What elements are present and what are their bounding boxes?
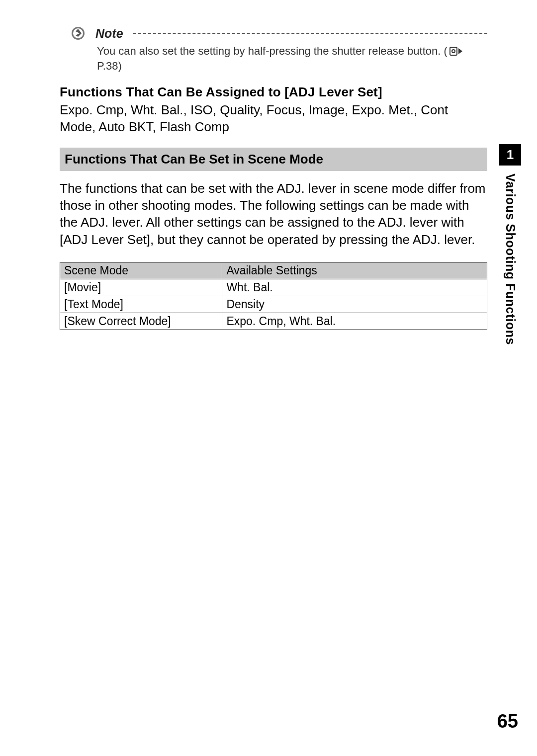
table-cell-mode: [Skew Correct Mode] [60,313,222,330]
note-label: Note [95,26,123,41]
table-row: [Movie] Wht. Bal. [60,279,487,296]
side-tab-label: Various Shooting Functions [503,173,518,345]
table-cell-settings: Wht. Bal. [222,279,487,296]
side-tab: 1 Various Shooting Functions [499,144,521,345]
svg-marker-5 [458,48,462,54]
section-body: The functions that can be set with the A… [60,180,487,248]
side-tab-number: 1 [499,144,521,166]
manual-page: Note You can also set the setting by hal… [0,0,537,756]
page-number: 65 [497,711,518,732]
table-row: [Text Mode] Density [60,296,487,313]
note-bullet-icon [70,25,87,42]
table-cell-settings: Density [222,296,487,313]
note-text-body: You can also set the setting by half-pre… [97,45,448,58]
table-header-settings: Available Settings [222,262,487,279]
page-reference-icon [449,46,462,56]
assign-heading: Functions That Can Be Assigned to [ADJ L… [60,84,487,100]
note-row: Note [70,25,487,42]
svg-rect-3 [450,47,457,55]
table-row: [Skew Correct Mode] Expo. Cmp, Wht. Bal. [60,313,487,330]
note-page-reference: P.38) [97,60,122,73]
assign-body: Expo. Cmp, Wht. Bal., ISO, Quality, Focu… [60,102,487,136]
note-text: You can also set the setting by half-pre… [97,45,487,73]
table-cell-mode: [Text Mode] [60,296,222,313]
table-cell-settings: Expo. Cmp, Wht. Bal. [222,313,487,330]
note-separator [133,33,487,34]
table-cell-mode: [Movie] [60,279,222,296]
svg-point-4 [452,50,455,53]
table-header-mode: Scene Mode [60,262,222,279]
scene-mode-table: Scene Mode Available Settings [Movie] Wh… [60,262,487,330]
section-heading: Functions That Can Be Set in Scene Mode [60,148,487,171]
